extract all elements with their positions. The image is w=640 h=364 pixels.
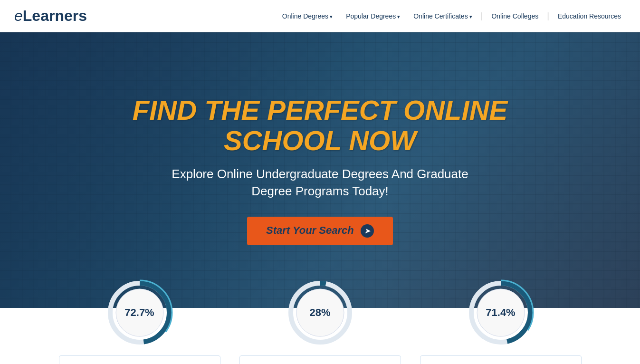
logo-prefix: e <box>14 7 23 24</box>
nav-popular-degrees[interactable]: Popular Degrees <box>341 10 405 22</box>
logo-main: Learners <box>23 7 87 24</box>
hero-content: FIND THE PERFECT ONLINE SCHOOL NOW Explo… <box>106 95 534 245</box>
stat-box-1: of undergraduates at Public Institutions… <box>59 355 220 364</box>
stat-value-2: 28% <box>309 307 330 319</box>
nav-online-certificates[interactable]: Online Certificates <box>409 10 477 22</box>
stat-card-1: 72.7% of undergraduates at Public Instit… <box>49 308 230 364</box>
stat-card-3: 71.4% of academic leaders rate earning o… <box>411 308 591 364</box>
hero-section: FIND THE PERFECT ONLINE SCHOOL NOW Explo… <box>0 32 640 308</box>
hero-subtitle: Explore Online Undergraduate Degrees And… <box>116 165 525 200</box>
stat-circle-1: 72.7% <box>106 279 173 346</box>
stat-box-2: of college students take at least ONE On… <box>239 355 401 364</box>
stat-circle-2: 28% <box>287 279 353 346</box>
nav-separator-1: | <box>481 11 483 21</box>
nav-separator-2: | <box>547 11 549 21</box>
stat-value-3: 71.4% <box>486 307 515 319</box>
site-logo[interactable]: eLearners <box>14 7 87 25</box>
stats-section: 72.7% of undergraduates at Public Instit… <box>0 308 640 364</box>
site-header: eLearners Online Degrees Popular Degrees… <box>0 0 640 32</box>
stat-value-1: 72.7% <box>124 307 154 319</box>
hero-cta-label: Start Your Search <box>266 224 354 236</box>
nav-online-colleges[interactable]: Online Colleges <box>487 10 543 22</box>
hero-cta-button[interactable]: Start Your Search ➤ <box>247 217 393 245</box>
hero-cta-arrow-icon: ➤ <box>361 224 374 238</box>
nav-online-degrees[interactable]: Online Degrees <box>277 10 337 22</box>
stat-circle-3: 71.4% <box>468 279 534 346</box>
stat-card-2: 28% of college students take at least ON… <box>230 308 411 364</box>
main-nav: Online Degrees Popular Degrees Online Ce… <box>277 10 626 22</box>
nav-education-resources[interactable]: Education Resources <box>553 10 626 22</box>
hero-title: FIND THE PERFECT ONLINE SCHOOL NOW <box>116 95 525 156</box>
stat-box-3: of academic leaders rate earning outcome… <box>420 355 582 364</box>
